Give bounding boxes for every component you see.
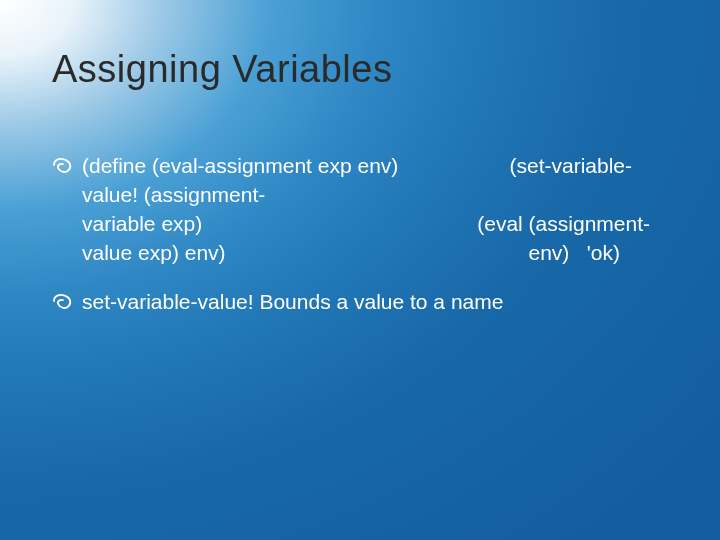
bullet-item: (define (eval-assignment exp env) (set-v… — [52, 152, 660, 268]
code-fragment: (set-variable- — [509, 152, 632, 181]
code-line: value! (assignment- — [82, 181, 660, 210]
code-fragment: value exp) env) — [82, 239, 226, 268]
code-line: variable exp) (eval (assignment- — [82, 210, 660, 239]
code-fragment: (define (eval-assignment exp env) — [82, 152, 398, 181]
code-line: value exp) env) env) 'ok) — [82, 239, 660, 268]
bullet-item: set-variable-value! Bounds a value to a … — [52, 288, 660, 317]
bullet-swirl-icon — [52, 156, 74, 174]
slide: Assigning Variables (define (eval-assign… — [0, 0, 720, 540]
code-fragment: env) 'ok) — [528, 239, 620, 268]
code-block: (define (eval-assignment exp env) (set-v… — [82, 152, 660, 268]
slide-content: (define (eval-assignment exp env) (set-v… — [52, 152, 660, 337]
code-line: (define (eval-assignment exp env) (set-v… — [82, 152, 660, 181]
bullet-swirl-icon — [52, 292, 74, 310]
code-fragment: variable exp) — [82, 210, 202, 239]
code-fragment: value! (assignment- — [82, 181, 265, 210]
code-fragment: (eval (assignment- — [477, 210, 650, 239]
bullet-text: set-variable-value! Bounds a value to a … — [82, 290, 503, 313]
slide-title: Assigning Variables — [52, 48, 392, 91]
